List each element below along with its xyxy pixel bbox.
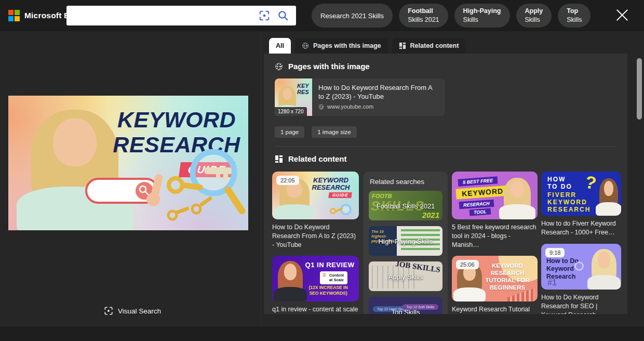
- image-sizes-count-badge[interactable]: 1 image size: [312, 126, 357, 138]
- page-result-title[interactable]: How to Do Keyword Research From A to Z (…: [318, 83, 439, 101]
- pill-high-paying-skills[interactable]: High-Paying Skills: [454, 4, 510, 28]
- grid-icon: [275, 155, 283, 163]
- search-icon[interactable]: [277, 10, 289, 21]
- pane-divider: [261, 31, 261, 326]
- search-bar[interactable]: [66, 6, 296, 25]
- thumbnail-person: [501, 178, 533, 219]
- search-input[interactable]: [66, 6, 259, 25]
- top-bar: Microsoft Bing Research 2021 Skills Foot…: [0, 0, 644, 31]
- pill-top-skills[interactable]: Top Skills: [558, 4, 591, 28]
- hero-decorations: [8, 96, 248, 230]
- pages-count-badge[interactable]: 1 page: [275, 126, 304, 138]
- image-size-tag: 1280 x 720: [275, 107, 307, 116]
- result-count-badges: 1 page 1 image size: [275, 126, 357, 138]
- results-panel: Pages with this image KEY RES 1280 x 720…: [264, 54, 627, 314]
- page-result-domain[interactable]: www.youtube.com: [318, 103, 439, 110]
- related-grid-column: 5 BEST FREE KEYWORD RESERACH TOOL 5 Best…: [452, 172, 538, 314]
- related-card-thumbnail[interactable]: Q1 IN REVIEW Contentat Scale (12X INCREA…: [272, 256, 359, 301]
- page-result-thumbnail: KEY RES 1280 x 720: [275, 78, 312, 116]
- magnifier-decoration: [574, 261, 584, 271]
- related-card-title[interactable]: How to do Fiverr Keyword Research - 1000…: [541, 219, 621, 237]
- pill-apply-skills[interactable]: Apply Skills: [516, 4, 552, 28]
- related-searches-panel: Related searches FOOTB SKILLS 2021 Footb…: [364, 172, 448, 314]
- related-grid-column: KEYWORDRESEARCH GUIDE 22:05 How to Do Ke…: [272, 172, 359, 314]
- related-grid-column: HOW TO DO FIVERR KEYWORD RESEARCH ? How …: [541, 172, 621, 314]
- close-button[interactable]: [615, 8, 629, 23]
- page-result-card[interactable]: KEY RES 1280 x 720 How to Do Keyword Res…: [275, 78, 445, 116]
- globe-icon: [318, 104, 324, 110]
- related-card-title[interactable]: 5 Best free keyword research tool in 202…: [452, 223, 538, 250]
- related-card-thumbnail[interactable]: KEYWORDRESEARCH GUIDE 22:05: [272, 172, 359, 219]
- related-section-heading: Related content: [275, 154, 347, 163]
- pages-section-heading: Pages with this image: [275, 62, 370, 71]
- related-card-thumbnail[interactable]: 5 BEST FREE KEYWORD RESERACH TOOL: [452, 172, 538, 219]
- related-search-apply-skills[interactable]: JOB SKILLS Apply Skills: [369, 261, 442, 291]
- related-search-football-skills-2021[interactable]: FOOTB SKILLS 2021 Football Skills 2021: [369, 191, 442, 220]
- visual-search-icon[interactable]: [259, 10, 270, 21]
- related-search-top-skills[interactable]: Top 10 Hard Skills Top 10 Soft Skills • …: [369, 297, 442, 314]
- related-card-title[interactable]: Keyword Research Tutorial for BEGINNERS …: [452, 305, 538, 314]
- related-card-title[interactable]: q1 in review - content at scale: [272, 305, 359, 314]
- thumbnail-person: [597, 178, 620, 216]
- duration-badge: 9:18: [545, 248, 565, 257]
- related-card-thumbnail[interactable]: How to DoKeywordResearch #1 9:18: [541, 244, 621, 290]
- thumbnail-text: KEY RES: [297, 83, 311, 95]
- related-searches-heading: Related searches: [370, 178, 442, 186]
- section-divider: [275, 146, 616, 147]
- thumbnail-person: [589, 249, 619, 290]
- query-image[interactable]: KEYWORDRESEARCH GUIDE: [8, 96, 248, 230]
- duration-badge: 22:05: [276, 176, 299, 185]
- close-icon: [615, 8, 629, 22]
- related-card-thumbnail[interactable]: KEYWORD RESEARCHTUTORIAL FORBEGINNERS 25…: [452, 256, 538, 301]
- visual-search-icon: [104, 306, 113, 316]
- pill-research-2021-skills[interactable]: Research 2021 Skills: [312, 4, 393, 28]
- microsoft-logo-icon: [8, 10, 20, 21]
- related-card-title[interactable]: How to Do Keyword Research for SEO | Key…: [541, 293, 621, 314]
- result-tabs: All Pages with this image Related conten…: [269, 38, 465, 54]
- pill-football-skills-2021[interactable]: Football Skills 2021: [399, 4, 448, 28]
- tab-related-content[interactable]: Related content: [392, 38, 466, 54]
- bing-visual-search-page: Microsoft Bing Research 2021 Skills Foot…: [0, 0, 644, 341]
- related-search-high-paying-skills[interactable]: The 10 highest-paying skills High-Paying…: [369, 226, 442, 256]
- visual-search-label[interactable]: Visual Search: [104, 306, 161, 316]
- scrollbar-thumb[interactable]: [637, 58, 642, 120]
- grid-icon: [399, 42, 406, 49]
- related-card-thumbnail[interactable]: HOW TO DO FIVERR KEYWORD RESEARCH ?: [541, 172, 621, 216]
- tab-pages-with-this-image[interactable]: Pages with this image: [295, 38, 388, 54]
- globe-icon: [302, 42, 309, 49]
- bottom-strip: [0, 326, 644, 341]
- related-card-title[interactable]: How to Do Keyword Research From A to Z (…: [272, 223, 359, 250]
- tab-all[interactable]: All: [269, 38, 291, 54]
- globe-icon: [275, 62, 283, 71]
- suggestion-pills: Research 2021 Skills Football Skills 202…: [312, 4, 591, 28]
- duration-badge: 25:06: [456, 260, 479, 269]
